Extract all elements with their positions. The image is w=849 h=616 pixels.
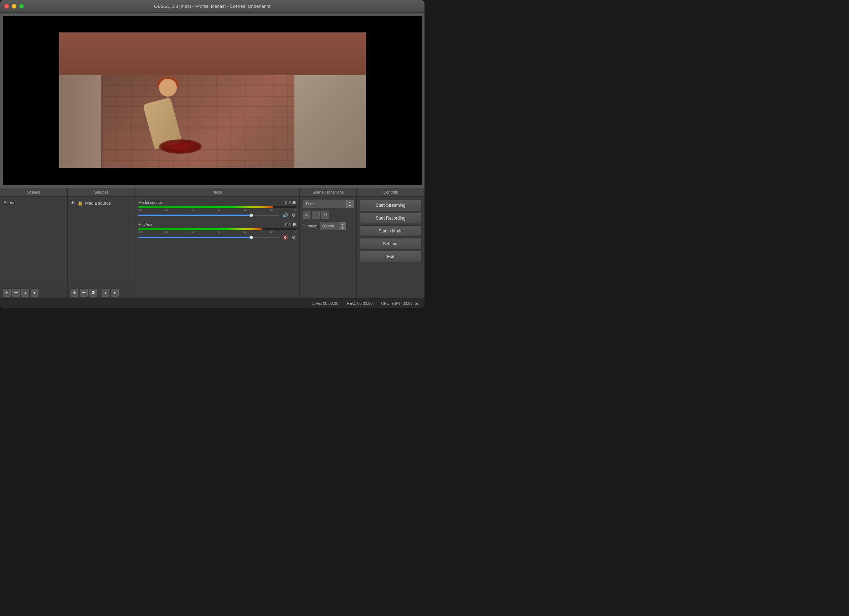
minimize-button[interactable] xyxy=(12,4,16,9)
source-move-up-button[interactable]: ▲ xyxy=(101,289,109,297)
volume-fader-mic[interactable] xyxy=(138,237,279,238)
transitions-panel: Fade Cut Swipe Slide Stinger Fade to Col… xyxy=(300,197,357,298)
fader-row-mic: 🔇 ⚙ xyxy=(138,234,296,240)
mixer-panel: Media source 0.0 dB -60 -50 -40 -3 xyxy=(136,197,300,298)
preview-content xyxy=(59,33,366,168)
scene-add-button[interactable]: + xyxy=(3,289,11,297)
transition-select-wrapper: Fade Cut Swipe Slide Stinger Fade to Col… xyxy=(302,200,354,208)
sources-toolbar: + − ⚙ ▲ ▼ xyxy=(68,287,135,298)
close-button[interactable] xyxy=(4,4,9,9)
blood-pool xyxy=(159,139,202,154)
scene-move-down-button[interactable]: ▼ xyxy=(31,289,39,297)
duration-row: Duration ▲ ▼ xyxy=(302,222,354,230)
scenes-header: Scenes xyxy=(0,188,68,197)
char-head xyxy=(159,79,177,97)
status-live: LIVE: 00:00:00 xyxy=(312,301,338,306)
duration-label: Duration xyxy=(302,224,317,228)
mixer-channel-media: Media source 0.0 dB -60 -50 -40 -3 xyxy=(136,198,299,220)
source-add-button[interactable]: + xyxy=(71,289,78,297)
duration-spinners: ▲ ▼ xyxy=(340,222,346,230)
scenes-list: Szene xyxy=(0,197,67,287)
traffic-lights xyxy=(4,4,24,9)
scene-move-up-button[interactable]: ▲ xyxy=(21,289,29,297)
mute-button-mic[interactable]: 🔇 xyxy=(282,234,289,240)
meter-bg-mic xyxy=(138,228,296,230)
source-item-name: Media source xyxy=(85,201,111,206)
transitions-content: Fade Cut Swipe Slide Stinger Fade to Col… xyxy=(300,197,356,233)
studio-mode-button[interactable]: Studio Mode xyxy=(360,225,422,237)
sources-list: 👁 🔒 Media source xyxy=(68,197,135,287)
meter-fill-media xyxy=(138,206,273,208)
maximize-button[interactable] xyxy=(19,4,24,9)
transition-select-arrow[interactable]: ▲ ▼ xyxy=(346,200,354,208)
main-window: OBS 21.0.3 (mac) - Profile: Icecast - Sc… xyxy=(0,0,424,308)
scenes-panel: Szene + − ▲ ▼ xyxy=(0,197,68,298)
meter-scale-media: -60 -50 -40 -30 -20 -10 0 xyxy=(138,209,296,211)
mixer-channel-header-mic: Mic/Aux 0.0 dB xyxy=(138,222,296,227)
mixer-channel-header-media: Media source 0.0 dB xyxy=(138,200,296,204)
scene-remove-button[interactable]: − xyxy=(12,289,20,297)
scene-item[interactable]: Szene xyxy=(0,198,67,207)
transitions-header: Scene Transitions xyxy=(300,188,357,197)
statusbar: LIVE: 00:00:00 REC: 00:00:00 CPU: 9.9%, … xyxy=(0,298,424,308)
controls-buttons: Start Streaming Start Recording Studio M… xyxy=(357,197,424,265)
transition-select[interactable]: Fade Cut Swipe Slide Stinger Fade to Col… xyxy=(302,200,346,208)
duration-input-wrap: ▲ ▼ xyxy=(320,222,346,230)
fader-row-media: 🔊 ⚙ xyxy=(138,212,296,218)
settings-button-mic[interactable]: ⚙ xyxy=(291,234,296,240)
sources-header: Sources xyxy=(68,188,136,197)
fader-thumb-mic xyxy=(249,236,253,239)
toolbar-separator xyxy=(99,289,100,296)
meter-container-media: -60 -50 -40 -30 -20 -10 0 xyxy=(138,206,296,211)
titlebar: OBS 21.0.3 (mac) - Profile: Icecast - Sc… xyxy=(0,0,424,13)
fader-thumb-media xyxy=(249,213,253,217)
start-streaming-button[interactable]: Start Streaming xyxy=(360,200,422,211)
controls-panel: Start Streaming Start Recording Studio M… xyxy=(357,197,424,298)
game-character xyxy=(138,75,195,146)
source-move-down-button[interactable]: ▼ xyxy=(111,289,119,297)
settings-button[interactable]: Settings xyxy=(360,238,422,249)
preview-canvas[interactable] xyxy=(3,16,422,185)
duration-input[interactable] xyxy=(320,223,340,229)
source-remove-button[interactable]: − xyxy=(80,289,88,297)
duration-spin-up[interactable]: ▲ xyxy=(340,222,346,226)
meter-fill-mic xyxy=(138,228,262,230)
mixer-content: Media source 0.0 dB -60 -50 -40 -3 xyxy=(136,197,299,298)
meter-bg-media xyxy=(138,206,296,208)
status-cpu: CPU: 9.9%, 30.00 fps xyxy=(381,301,419,306)
mixer-db-media: 0.0 dB xyxy=(285,200,296,204)
meter-container-mic: -60 -50 -40 -30 -20 -10 0 xyxy=(138,228,296,233)
scenes-toolbar: + − ▲ ▼ xyxy=(0,287,67,298)
roof-area xyxy=(59,33,366,75)
status-rec: REC: 00:00:00 xyxy=(347,301,372,306)
settings-button-media[interactable]: ⚙ xyxy=(291,212,296,218)
transition-select-row: Fade Cut Swipe Slide Stinger Fade to Col… xyxy=(302,200,354,208)
mixer-channel-name-mic: Mic/Aux xyxy=(138,222,152,227)
controls-header: Controls xyxy=(357,188,424,197)
mixer-channel-name-media: Media source xyxy=(138,200,162,204)
transition-remove-button[interactable]: − xyxy=(312,211,320,219)
panel-headers: Scenes Sources Mixer Scene Transitions C… xyxy=(0,188,424,197)
meter-scale-mic: -60 -50 -40 -30 -20 -10 0 xyxy=(138,231,296,233)
transition-settings-button[interactable]: ⚙ xyxy=(321,211,329,219)
mixer-header: Mixer xyxy=(136,188,300,197)
mute-button-media[interactable]: 🔊 xyxy=(282,212,289,218)
source-lock-icon: 🔒 xyxy=(77,200,83,206)
fader-fill-media xyxy=(138,215,251,216)
start-recording-button[interactable]: Start Recording xyxy=(360,212,422,224)
source-visible-icon: 👁 xyxy=(71,200,75,206)
bottom-panel: Scenes Sources Mixer Scene Transitions C… xyxy=(0,188,424,308)
transition-actions: + − ⚙ xyxy=(302,211,354,219)
volume-fader-media[interactable] xyxy=(138,215,279,216)
window-title: OBS 21.0.3 (mac) - Profile: Icecast - Sc… xyxy=(154,4,271,9)
source-settings-button[interactable]: ⚙ xyxy=(89,289,97,297)
source-item[interactable]: 👁 🔒 Media source xyxy=(68,198,135,208)
preview-area xyxy=(0,13,424,188)
mixer-db-mic: 0.0 dB xyxy=(285,222,296,227)
transition-add-button[interactable]: + xyxy=(302,211,310,219)
sources-panel: 👁 🔒 Media source + − ⚙ ▲ ▼ xyxy=(68,197,136,298)
panels-row: Szene + − ▲ ▼ 👁 🔒 Media source xyxy=(0,197,424,298)
fader-fill-mic xyxy=(138,237,251,238)
exit-button[interactable]: Exit xyxy=(360,251,422,263)
duration-spin-down[interactable]: ▼ xyxy=(340,226,346,230)
